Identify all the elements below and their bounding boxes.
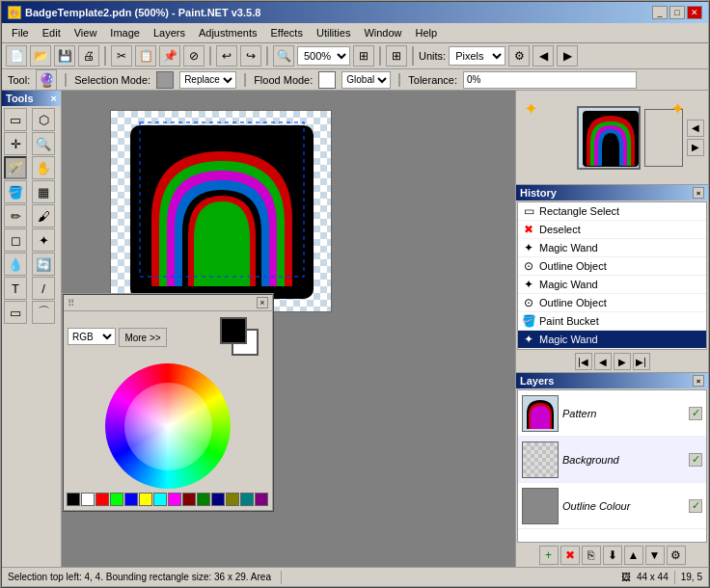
- palette-swatch-maroon[interactable]: [182, 493, 196, 506]
- history-panel-close[interactable]: ×: [693, 187, 704, 199]
- selection-mode-box[interactable]: [156, 71, 174, 89]
- tool-curve[interactable]: ⌒: [32, 301, 55, 324]
- tool-clone-stamp[interactable]: ✦: [32, 228, 55, 252]
- next-button[interactable]: ▶: [557, 45, 578, 67]
- tools-panel-close[interactable]: ×: [51, 93, 57, 104]
- menu-layers[interactable]: Layers: [148, 25, 191, 40]
- copy-button[interactable]: 📋: [135, 45, 156, 67]
- tool-brush[interactable]: 🖌: [32, 204, 55, 227]
- tool-pan[interactable]: ✋: [32, 156, 55, 179]
- zoom-dropdown[interactable]: 500% 400% 200% 100%: [297, 46, 350, 66]
- cut-button[interactable]: ✂: [111, 45, 132, 67]
- flood-mode-dropdown[interactable]: Global: [341, 71, 391, 89]
- tool-eraser[interactable]: ◻: [4, 228, 27, 252]
- history-item[interactable]: ▭ Rectangle Select: [518, 202, 706, 221]
- palette-swatch-black[interactable]: [67, 493, 80, 506]
- menu-edit[interactable]: Edit: [37, 25, 67, 40]
- close-button[interactable]: ✕: [687, 6, 702, 19]
- history-item-selected[interactable]: ✦ Magic Wand: [518, 331, 706, 349]
- tool-lasso-select[interactable]: ⬡: [32, 108, 55, 131]
- layer-add[interactable]: +: [539, 546, 559, 565]
- prev-button[interactable]: ◀: [532, 45, 554, 67]
- color-panel-close[interactable]: ×: [257, 297, 268, 308]
- paste-button[interactable]: 📌: [159, 45, 180, 67]
- palette-swatch-teal[interactable]: [240, 493, 254, 506]
- palette-swatch-cyan[interactable]: [153, 493, 167, 506]
- history-item[interactable]: ✦ Magic Wand: [518, 239, 706, 257]
- history-item[interactable]: ✖ Deselect: [518, 221, 706, 239]
- tool-text[interactable]: T: [4, 277, 27, 300]
- palette-swatch-darkgreen[interactable]: [197, 493, 210, 506]
- history-item[interactable]: ✦ Magic Wand: [518, 276, 706, 294]
- layer-visible-outline[interactable]: ✓: [689, 499, 702, 513]
- color-wheel[interactable]: [105, 363, 231, 489]
- layer-duplicate[interactable]: ⎘: [582, 546, 601, 565]
- history-back[interactable]: ◀: [594, 353, 612, 370]
- open-button[interactable]: 📂: [30, 45, 51, 67]
- new-button[interactable]: 📄: [6, 45, 27, 67]
- flood-mode-box[interactable]: [318, 71, 336, 89]
- tool-rectangle-select[interactable]: ▭: [4, 108, 27, 131]
- maximize-button[interactable]: □: [669, 6, 685, 19]
- minimize-button[interactable]: _: [652, 6, 668, 19]
- menu-effects[interactable]: Effects: [265, 25, 309, 40]
- redo-button[interactable]: ↪: [240, 45, 261, 67]
- layer-move-up[interactable]: ▲: [624, 546, 643, 565]
- fg-color-swatch[interactable]: [220, 317, 247, 344]
- tool-move[interactable]: ✛: [4, 132, 27, 155]
- menu-view[interactable]: View: [68, 25, 103, 40]
- tool-zoom[interactable]: 🔍: [32, 132, 55, 155]
- menu-window[interactable]: Window: [358, 25, 407, 40]
- tool-shapes[interactable]: ▭: [4, 301, 27, 324]
- tolerance-input[interactable]: [463, 71, 637, 89]
- layer-move-down[interactable]: ▼: [645, 546, 665, 565]
- zoom-fit-button[interactable]: ⊞: [353, 45, 374, 67]
- palette-swatch-purple[interactable]: [255, 493, 268, 506]
- palette-swatch-green[interactable]: [110, 493, 123, 506]
- history-item[interactable]: 🪣 Paint Bucket: [518, 312, 706, 331]
- menu-file[interactable]: File: [6, 25, 35, 40]
- layer-item-background[interactable]: Background ✓: [518, 437, 706, 483]
- tool-gradient[interactable]: ▦: [32, 180, 55, 203]
- layer-item-pattern[interactable]: Pattern ✓: [518, 390, 706, 437]
- menu-help[interactable]: Help: [410, 25, 444, 40]
- more-colors-button[interactable]: More >>: [119, 328, 167, 347]
- palette-swatch-navy[interactable]: [211, 493, 225, 506]
- layer-item-outline[interactable]: Outline Colour ✓: [518, 483, 706, 529]
- tool-line[interactable]: /: [32, 277, 55, 300]
- tool-pencil[interactable]: ✏: [4, 204, 27, 227]
- save-button[interactable]: 💾: [54, 45, 75, 67]
- menu-utilities[interactable]: Utilities: [311, 25, 356, 40]
- tool-magic-wand[interactable]: 🪄: [4, 156, 27, 179]
- history-start[interactable]: |◀: [575, 353, 592, 370]
- menu-adjustments[interactable]: Adjustments: [193, 25, 263, 40]
- palette-swatch-red[interactable]: [96, 493, 109, 506]
- grid-button[interactable]: ⊞: [386, 45, 407, 67]
- nav-left[interactable]: ◀: [687, 120, 704, 137]
- zoom-out-button[interactable]: 🔍: [273, 45, 294, 67]
- palette-swatch-magenta[interactable]: [168, 493, 181, 506]
- layer-delete[interactable]: ✖: [560, 546, 580, 565]
- layer-properties[interactable]: ⚙: [667, 546, 686, 565]
- history-item[interactable]: ⊙ Outline Object: [518, 294, 706, 312]
- selection-mode-dropdown[interactable]: Replace: [179, 71, 236, 89]
- palette-swatch-yellow[interactable]: [139, 493, 152, 506]
- print-button[interactable]: 🖨: [78, 45, 99, 67]
- color-channel-select[interactable]: RGB: [68, 328, 116, 345]
- history-item[interactable]: ⊙ Outline Object: [518, 257, 706, 276]
- history-forward[interactable]: ▶: [614, 353, 631, 370]
- settings-button[interactable]: ⚙: [508, 45, 530, 67]
- current-tool-icon[interactable]: 🔮: [36, 69, 57, 91]
- tool-recolor[interactable]: 🔄: [32, 253, 55, 276]
- menu-image[interactable]: Image: [104, 25, 146, 40]
- nav-right[interactable]: ▶: [687, 139, 704, 156]
- layer-visible-pattern[interactable]: ✓: [689, 407, 702, 420]
- units-dropdown[interactable]: Pixels Inches: [449, 46, 505, 66]
- tool-color-picker[interactable]: 💧: [4, 253, 27, 276]
- history-end[interactable]: ▶|: [633, 353, 650, 370]
- palette-swatch-olive[interactable]: [226, 493, 239, 506]
- layers-panel-close[interactable]: ×: [693, 375, 704, 387]
- deselect-button[interactable]: ⊘: [183, 45, 205, 67]
- layer-visible-background[interactable]: ✓: [689, 453, 702, 467]
- layer-merge-down[interactable]: ⬇: [603, 546, 622, 565]
